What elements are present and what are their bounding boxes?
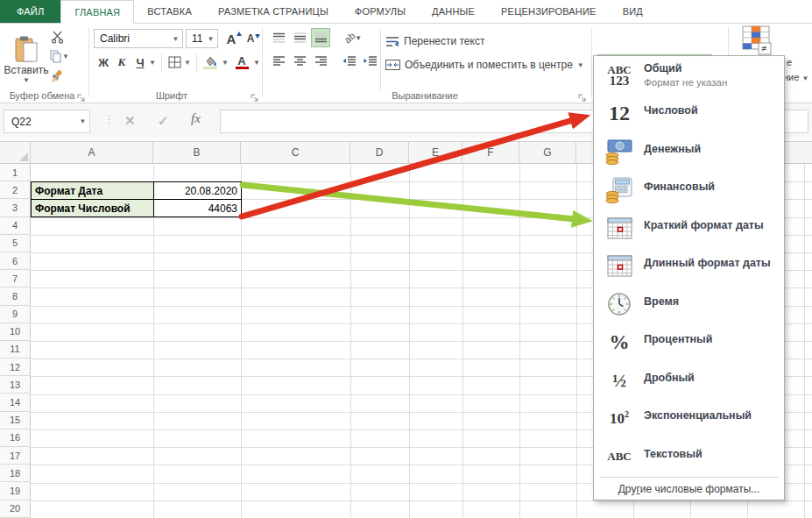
row-header[interactable]: 9: [0, 306, 31, 323]
column-header[interactable]: E: [409, 141, 462, 164]
cell-B2[interactable]: 20.08.2020: [153, 181, 242, 200]
row-header[interactable]: 3: [0, 199, 31, 216]
format-painter-button[interactable]: [48, 67, 66, 85]
merge-center-icon: [385, 60, 400, 70]
column-header[interactable]: F: [462, 141, 519, 164]
fill-color-dropdown[interactable]: ▼: [221, 53, 229, 72]
number-format-menu-item[interactable]: % Процентный: [595, 323, 783, 362]
copy-button[interactable]: ▼: [46, 48, 73, 64]
font-color-bar: [236, 67, 249, 70]
scissors-icon: [51, 31, 64, 44]
underline-dropdown[interactable]: ▼: [148, 53, 157, 72]
ribbon-tab[interactable]: РЕЦЕНЗИРОВАНИЕ: [488, 0, 610, 23]
number-format-menu-item[interactable]: 12 Числовой: [595, 95, 783, 133]
cell-A3[interactable]: Формат Числовой: [31, 199, 154, 217]
row-headers: 1234567891011121314151617181920: [0, 164, 31, 518]
cancel-icon[interactable]: ✕: [124, 113, 136, 129]
align-right-button[interactable]: [311, 52, 330, 71]
name-box[interactable]: Q22 ▼: [4, 110, 90, 133]
row-header[interactable]: 11: [0, 341, 31, 358]
row-header[interactable]: 19: [0, 482, 31, 500]
row-header[interactable]: 14: [0, 394, 31, 411]
font-color-dropdown[interactable]: ▼: [252, 53, 261, 72]
fill-color-button[interactable]: [201, 53, 220, 72]
decrease-indent-button[interactable]: [340, 52, 359, 71]
ribbon-tab[interactable]: ДАННЫЕ: [419, 0, 488, 23]
cut-button[interactable]: [48, 29, 66, 45]
align-bottom-button[interactable]: [311, 28, 330, 47]
font-color-button[interactable]: А: [233, 53, 251, 72]
currency-icon: [600, 133, 639, 172]
number-format-menu-item[interactable]: ½ Дробный: [595, 362, 783, 401]
paste-button[interactable]: Вставить ▼: [5, 27, 47, 92]
row-header[interactable]: 8: [0, 287, 31, 305]
number-format-menu-item[interactable]: Длинный формат даты: [595, 247, 783, 286]
font-dialog-launcher[interactable]: [251, 90, 260, 100]
merge-center-button[interactable]: Объединить и поместить в центре ▼: [385, 56, 584, 74]
borders-dropdown[interactable]: ▼: [183, 53, 192, 72]
underline-button[interactable]: Ч: [132, 53, 148, 72]
column-header[interactable]: B: [153, 141, 241, 164]
column-header[interactable]: C: [241, 141, 350, 164]
cell-B3[interactable]: 44063: [153, 199, 242, 217]
decrease-font-size-button[interactable]: A: [242, 29, 259, 48]
scientific-icon: 102: [600, 400, 639, 438]
row-header[interactable]: 5: [0, 235, 31, 252]
number-format-menu-item[interactable]: 102 Экспоненциальный: [595, 400, 783, 438]
more-number-formats-item[interactable]: Другие числовые форматы...: [595, 478, 783, 500]
font-size-combobox[interactable]: 11 ▼: [186, 29, 218, 48]
increase-indent-button[interactable]: [361, 52, 380, 71]
number-format-menu-item[interactable]: Время: [595, 286, 783, 324]
wrap-text-button[interactable]: Перенести текст: [385, 32, 484, 50]
ribbon-tab[interactable]: ФАЙЛ: [0, 0, 60, 23]
row-header[interactable]: 1: [0, 164, 31, 181]
number-format-menu-item[interactable]: Краткий формат даты: [595, 209, 783, 248]
row-header[interactable]: 6: [0, 252, 31, 270]
font-name-combobox[interactable]: Calibri ▼: [94, 29, 183, 48]
enter-icon[interactable]: ✓: [158, 113, 169, 129]
clipboard-dialog-launcher[interactable]: [77, 90, 87, 100]
insert-function-button[interactable]: fx: [191, 111, 201, 126]
align-middle-button[interactable]: [290, 28, 309, 47]
row-header[interactable]: 2: [0, 181, 31, 199]
borders-button[interactable]: [166, 53, 183, 72]
column-header[interactable]: G: [519, 141, 576, 164]
orientation-icon: ab: [342, 30, 357, 45]
row-header[interactable]: 20: [0, 500, 31, 518]
number-format-menu-item[interactable]: Финансовый: [595, 171, 783, 209]
row-header[interactable]: 18: [0, 465, 31, 482]
increase-font-size-button[interactable]: A: [222, 29, 240, 48]
bold-button[interactable]: Ж: [95, 53, 111, 72]
column-header[interactable]: D: [350, 141, 409, 164]
ribbon-tab[interactable]: ФОРМУЛЫ: [342, 0, 419, 23]
align-center-button[interactable]: [290, 52, 309, 71]
row-header[interactable]: 10: [0, 323, 31, 341]
row-header[interactable]: 17: [0, 447, 31, 465]
row-header[interactable]: 4: [0, 217, 31, 235]
number-format-menu-item[interactable]: Денежный: [595, 133, 783, 172]
alignment-dialog-launcher[interactable]: [578, 90, 588, 100]
align-left-button[interactable]: [269, 52, 288, 71]
conditional-formatting-button[interactable]: ≠: [740, 25, 773, 56]
orientation-button[interactable]: ab ▼: [340, 28, 366, 47]
row-header[interactable]: 13: [0, 376, 31, 394]
ribbon-tab[interactable]: ГЛАВНАЯ: [60, 0, 134, 24]
percent-icon: %: [600, 323, 639, 362]
ribbon-tab[interactable]: РАЗМЕТКА СТРАНИЦЫ: [205, 0, 342, 23]
row-header[interactable]: 16: [0, 429, 31, 447]
chevron-down-icon: ▼: [62, 53, 69, 60]
ribbon-tab[interactable]: ВСТАВКА: [134, 0, 205, 23]
row-header[interactable]: 15: [0, 412, 31, 429]
cell-A2[interactable]: Формат Дата: [31, 181, 154, 200]
column-header[interactable]: A: [31, 141, 153, 164]
align-top-button[interactable]: [269, 28, 288, 47]
row-header[interactable]: 12: [0, 358, 31, 376]
number-format-menu-item[interactable]: ABC Текстовый: [595, 438, 783, 477]
select-all-corner[interactable]: [0, 141, 31, 164]
row-header[interactable]: 7: [0, 270, 31, 287]
conditional-formatting-icon: ≠: [742, 25, 773, 55]
ribbon-tab[interactable]: ВИД: [610, 0, 656, 23]
number-format-menu-item[interactable]: ABC123 Общий Формат не указан: [595, 56, 783, 95]
font-group-label: Шрифт: [88, 90, 255, 101]
italic-button[interactable]: К: [114, 53, 130, 72]
